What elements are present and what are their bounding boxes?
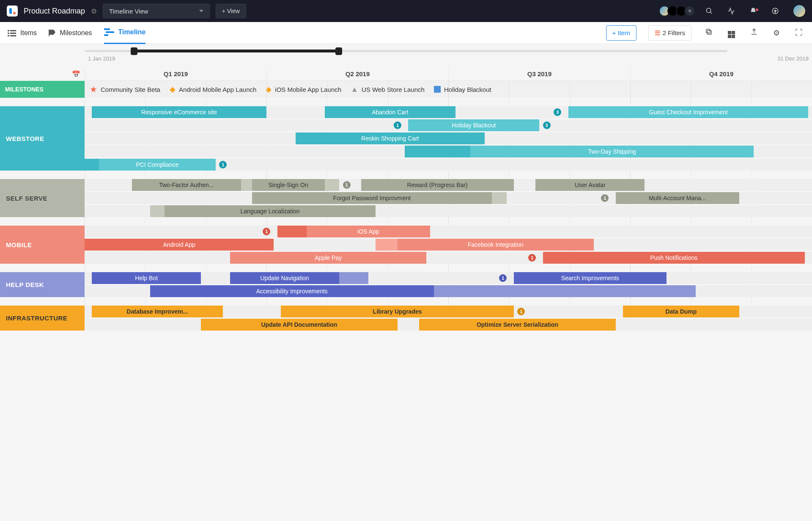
- lane-label: WEBSTORE: [0, 106, 85, 171]
- list-icon: [8, 30, 16, 36]
- user-avatar[interactable]: [793, 5, 805, 17]
- count-badge: 1: [499, 274, 507, 282]
- bar-update-nav[interactable]: Update Navigation: [230, 272, 339, 284]
- lane-selfserve: SELF SERVE Two-Factor Authen... Single-S…: [0, 179, 812, 217]
- bar-database[interactable]: Database Improvem...: [92, 306, 223, 317]
- range-slider-row: [0, 44, 812, 55]
- count-badge: 1: [219, 161, 227, 168]
- milestone-item[interactable]: ★Community Site Beta: [90, 84, 160, 94]
- bar-guest-checkout[interactable]: Guest Checkout Improvement: [568, 106, 809, 118]
- range-handle-left[interactable]: [131, 47, 137, 55]
- count-badge: 1: [601, 194, 609, 202]
- timeline-wrap: 1 Jan 2019 31 Dec 2019 📅 Q1 2019 Q2 2019…: [0, 55, 812, 343]
- bar-library[interactable]: Library Upgrades: [281, 306, 513, 317]
- milestone-item[interactable]: ◆iOS Mobile App Launch: [266, 85, 341, 94]
- calendar-settings-icon[interactable]: 📅: [72, 70, 80, 78]
- bar-android-app[interactable]: Android App: [85, 239, 274, 251]
- milestone-item[interactable]: ◆Android Mobile App Launch: [170, 85, 256, 94]
- svg-rect-9: [10, 35, 16, 36]
- diamond-icon: ◆: [170, 85, 176, 94]
- bar-reskin-shopping[interactable]: Reskin Shopping Cart: [296, 132, 485, 144]
- lane-infrastructure: INFRASTRUCTURE Database Improvem... Libr…: [0, 306, 812, 331]
- count-badge: 1: [394, 121, 401, 129]
- notification-bell-icon[interactable]: [745, 7, 761, 15]
- filter-icon: ☰: [655, 29, 660, 37]
- bar-api-doc[interactable]: Update API Documentation: [201, 319, 397, 331]
- lane-webstore: WEBSTORE Responsive eCommerce site Aband…: [0, 106, 812, 171]
- bar-two-factor[interactable]: Two-Factor Authen...: [132, 179, 241, 191]
- bar-apple-pay[interactable]: Apple Pay: [230, 252, 426, 264]
- tab-timeline[interactable]: Timeline: [104, 22, 146, 44]
- range-slider[interactable]: [85, 50, 727, 52]
- svg-rect-11: [706, 29, 710, 33]
- tab-milestones[interactable]: Milestones: [49, 22, 92, 44]
- svg-rect-8: [8, 35, 9, 36]
- lane-label: HELP DESK: [0, 272, 85, 297]
- lane-label: SELF SERVE: [0, 179, 85, 217]
- bar-accessibility[interactable]: Accessibility Improvements: [150, 285, 434, 297]
- svg-point-0: [706, 8, 711, 13]
- range-filled: [136, 50, 342, 52]
- date-start: 1 Jan 2019: [88, 55, 115, 62]
- bar-search-improvements[interactable]: Search Improvements: [514, 272, 667, 284]
- quarter-cell: Q3 2019: [448, 67, 630, 80]
- bar-user-avatar[interactable]: User Avatar: [535, 179, 645, 191]
- count-badge: 1: [517, 308, 525, 315]
- bar-holiday-blackout[interactable]: Holiday Blackout: [408, 119, 539, 131]
- bar-language[interactable]: Language Localization: [165, 205, 376, 217]
- view-select-label: Timeline View: [109, 8, 148, 15]
- page-title: Product Roadmap: [24, 7, 85, 16]
- tab-items[interactable]: Items: [8, 22, 37, 44]
- settings-gear-icon[interactable]: ⚙: [91, 7, 97, 15]
- add-item-button[interactable]: + Item: [606, 25, 636, 41]
- search-icon[interactable]: [701, 7, 717, 15]
- bar-forgot-password[interactable]: Forgot Password Improvment: [252, 192, 492, 204]
- date-end: 31 Dec 2019: [777, 55, 809, 62]
- fullscreen-icon[interactable]: ⛶: [793, 28, 804, 37]
- bar-ios-app[interactable]: iOS App: [307, 226, 430, 237]
- count-badge: 1: [528, 254, 536, 262]
- bar-data-dump[interactable]: Data Dump: [623, 306, 739, 317]
- bar-abandon-cart[interactable]: Abandon Cart: [325, 106, 456, 118]
- range-handle-right[interactable]: [335, 47, 342, 55]
- export-icon[interactable]: [749, 28, 760, 38]
- bar-optimize-server[interactable]: Optimize Server Serialization: [419, 319, 615, 331]
- quarter-cell: Q1 2019: [85, 67, 266, 80]
- count-badge: 1: [343, 181, 351, 189]
- milestones-header: MILESTONES ★Community Site Beta ◆Android…: [0, 81, 812, 98]
- add-user-icon[interactable]: +: [684, 6, 695, 17]
- bar-push[interactable]: Push Notifications: [543, 252, 805, 264]
- milestone-item[interactable]: Holiday Blackout: [434, 86, 491, 93]
- top-header: Product Roadmap ⚙ Timeline View + View +…: [0, 0, 812, 22]
- square-icon: [434, 86, 441, 93]
- chevron-down-icon: [199, 10, 203, 12]
- help-icon[interactable]: ?: [767, 7, 783, 15]
- quarter-cell: Q4 2019: [630, 67, 812, 80]
- svg-rect-5: [10, 30, 16, 31]
- gear-icon[interactable]: ⚙: [771, 28, 782, 38]
- bar-responsive-ecommerce[interactable]: Responsive eCommerce site: [92, 106, 266, 118]
- layout-grid-icon[interactable]: [726, 28, 737, 38]
- lane-label: MOBILE: [0, 226, 85, 264]
- add-view-button[interactable]: + View: [216, 4, 246, 18]
- duplicate-icon[interactable]: [703, 28, 714, 38]
- bar-help-bot[interactable]: Help Bot: [92, 272, 201, 284]
- filters-button[interactable]: ☰ 2 Filters: [648, 25, 691, 41]
- bar-reward[interactable]: Reward (Progress Bar): [361, 179, 514, 191]
- milestones-label: MILESTONES: [0, 81, 85, 98]
- app-logo[interactable]: [7, 6, 18, 17]
- count-badge: 3: [554, 108, 561, 116]
- view-select-dropdown[interactable]: Timeline View: [103, 4, 210, 18]
- flag-icon: [49, 30, 55, 36]
- svg-rect-7: [10, 33, 16, 34]
- bar-multi-account[interactable]: Multi-Account Mana...: [616, 192, 739, 204]
- bar-sso[interactable]: Single-Sign On: [252, 179, 325, 191]
- avatar-stack[interactable]: +: [661, 6, 695, 17]
- bar-twoday-shipping[interactable]: Two-Day Shipping: [470, 146, 754, 157]
- milestone-item[interactable]: ▲US Web Store Launch: [351, 85, 425, 94]
- svg-line-1: [710, 12, 712, 14]
- bar-pci-compliance[interactable]: PCI Compliance: [99, 159, 215, 171]
- activity-icon[interactable]: [723, 7, 739, 15]
- quarter-cell: Q2 2019: [266, 67, 448, 80]
- bar-facebook[interactable]: Facebook Integration: [398, 239, 594, 251]
